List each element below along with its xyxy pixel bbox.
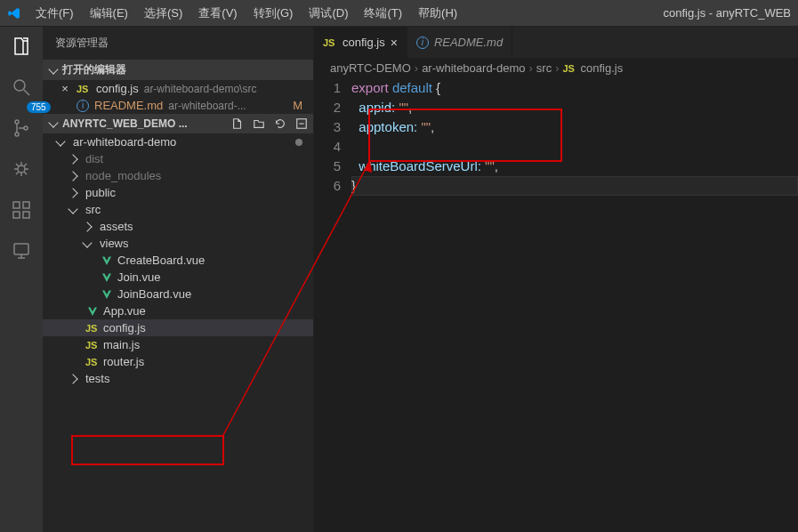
- code-area[interactable]: 123 456 export default { appid: "", appt…: [314, 78, 798, 196]
- js-icon: JS: [77, 84, 91, 94]
- chevron-icon: [68, 188, 77, 197]
- vue-icon: [100, 255, 114, 266]
- svg-point-3: [24, 126, 28, 130]
- new-folder-icon[interactable]: [253, 117, 265, 130]
- tab-readme[interactable]: i README.md: [407, 27, 512, 58]
- tree-folder[interactable]: dist: [43, 150, 313, 167]
- remote-icon[interactable]: [11, 240, 32, 265]
- chevron-icon: [68, 171, 77, 181]
- menu-file[interactable]: 文件(F): [28, 2, 81, 25]
- close-icon[interactable]: ×: [391, 36, 398, 50]
- chevron-icon: [82, 238, 92, 247]
- svg-rect-8: [23, 212, 29, 218]
- tree-js[interactable]: JSconfig.js: [43, 319, 313, 336]
- chevron-down-icon: [48, 64, 58, 74]
- tree-js[interactable]: JSrouter.js: [43, 353, 313, 370]
- menu-terminal[interactable]: 终端(T): [357, 2, 409, 25]
- collapse-icon[interactable]: [295, 117, 308, 130]
- tree-folder[interactable]: views: [43, 235, 313, 252]
- vscode-icon: [7, 6, 21, 20]
- modified-dot-icon: [295, 139, 302, 146]
- svg-point-1: [15, 120, 19, 124]
- tree-vue[interactable]: CreateBoard.vue: [43, 252, 313, 269]
- tree-vue[interactable]: JoinBoard.vue: [43, 286, 313, 302]
- info-icon: i: [416, 36, 429, 49]
- js-icon: JS: [323, 37, 337, 48]
- svg-rect-9: [14, 244, 28, 254]
- tree-folder[interactable]: public: [43, 184, 313, 201]
- tree-folder[interactable]: assets: [43, 218, 313, 235]
- editor: JS config.js × i README.md anyRTC-DEMO› …: [314, 27, 798, 532]
- js-icon: JS: [85, 340, 100, 351]
- debug-icon[interactable]: [11, 158, 32, 183]
- sidebar-title: 资源管理器: [43, 27, 313, 60]
- activity-bar: 755: [0, 27, 43, 532]
- menu-view[interactable]: 查看(V): [191, 2, 244, 25]
- menu-debug[interactable]: 调试(D): [302, 2, 355, 25]
- tree-vue[interactable]: App.vue: [43, 302, 313, 319]
- tree-folder[interactable]: tests: [43, 370, 313, 387]
- sidebar: 资源管理器 打开的编辑器 × JS config.js ar-whiteboar…: [43, 27, 314, 532]
- chevron-down-icon: [48, 117, 58, 127]
- tree-js[interactable]: JSmain.js: [43, 336, 313, 353]
- breadcrumb[interactable]: anyRTC-DEMO› ar-whiteboard-demo› src› JS…: [314, 58, 798, 78]
- chevron-icon: [68, 374, 77, 383]
- svg-rect-5: [13, 202, 20, 208]
- open-editor-item[interactable]: × JS config.js ar-whiteboard-demo\src: [43, 80, 313, 97]
- svg-point-4: [18, 165, 25, 173]
- menu-help[interactable]: 帮助(H): [411, 2, 464, 25]
- svg-point-0: [14, 80, 25, 91]
- open-editor-item[interactable]: i README.md ar-whiteboard-... M: [43, 97, 313, 114]
- menu-edit[interactable]: 编辑(E): [83, 2, 135, 25]
- tabs: JS config.js × i README.md: [314, 27, 798, 58]
- chevron-icon: [68, 204, 77, 214]
- vue-icon: [100, 272, 114, 283]
- extensions-icon[interactable]: [11, 199, 32, 224]
- gutter: 123 456: [314, 78, 351, 196]
- chevron-icon: [82, 222, 92, 231]
- tab-config[interactable]: JS config.js ×: [314, 27, 407, 58]
- svg-rect-7: [13, 212, 20, 218]
- project-header[interactable]: ANYRTC_WEB_DEMO ...: [43, 114, 313, 133]
- title-bar: 文件(F) 编辑(E) 选择(S) 查看(V) 转到(G) 调试(D) 终端(T…: [0, 0, 798, 27]
- chevron-down-icon: [55, 136, 65, 146]
- tree-folder[interactable]: src: [43, 201, 313, 218]
- source-control-icon[interactable]: [11, 117, 32, 142]
- menubar: 文件(F) 编辑(E) 选择(S) 查看(V) 转到(G) 调试(D) 终端(T…: [28, 2, 663, 25]
- code-lines: export default { appid: "", apptoken: ""…: [351, 78, 798, 196]
- close-icon[interactable]: ×: [59, 82, 71, 95]
- search-icon[interactable]: [11, 77, 32, 101]
- vue-icon: [85, 306, 100, 317]
- js-icon: JS: [85, 323, 100, 334]
- js-icon: JS: [85, 357, 100, 367]
- menu-goto[interactable]: 转到(G): [246, 2, 301, 25]
- svg-rect-6: [23, 202, 29, 208]
- vue-icon: [100, 289, 114, 300]
- new-file-icon[interactable]: [231, 117, 244, 130]
- menu-select[interactable]: 选择(S): [137, 2, 189, 25]
- tree-folder-root[interactable]: ar-whiteboard-demo: [43, 133, 313, 150]
- explorer-icon[interactable]: [11, 36, 32, 60]
- chevron-icon: [68, 154, 77, 164]
- window-title: config.js - anyRTC_WEB: [663, 6, 798, 20]
- open-editors-header[interactable]: 打开的编辑器: [43, 60, 313, 80]
- scm-badge: 755: [27, 101, 51, 113]
- info-icon: i: [77, 100, 89, 112]
- svg-point-2: [15, 133, 19, 136]
- js-icon: JS: [563, 63, 577, 74]
- tree-folder[interactable]: node_modules: [43, 167, 313, 184]
- file-tree: ar-whiteboard-demo distnode_modulespubli…: [43, 133, 313, 387]
- tree-vue[interactable]: Join.vue: [43, 269, 313, 286]
- refresh-icon[interactable]: [274, 117, 286, 130]
